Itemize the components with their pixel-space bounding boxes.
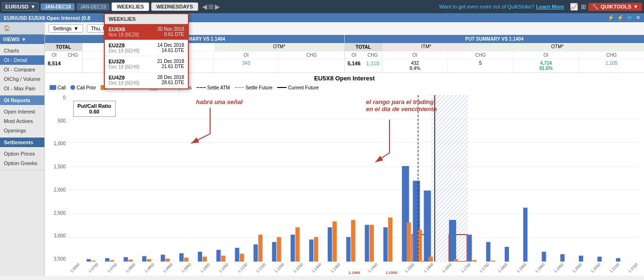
- promo-link[interactable]: Learn More: [536, 4, 564, 9]
- charts-section: Charts OI - Detail OI - Compare OIChg / …: [0, 44, 44, 96]
- put-call-value: 0.60: [77, 109, 111, 114]
- exp-sub-eu3z8: Dec 18 [6EH9]: [109, 64, 139, 70]
- svg-rect-56: [351, 220, 355, 262]
- dropdown-item-eu5x8-right: 30 Nov 2018 0.61 DTE: [157, 26, 184, 37]
- sidebar-item-oichg-volume[interactable]: OIChg / Volume: [0, 74, 44, 84]
- put-values-row: 5,146 1,110 4328.4% 5 4,71491.6% 1,105: [345, 59, 644, 72]
- settle-atm-legend-icon: [196, 87, 206, 88]
- call-header-oi: OI: [45, 52, 64, 59]
- svg-rect-21: [254, 245, 258, 262]
- x-label: 1.1250: [293, 262, 304, 274]
- call-total-col: TOTAL: [45, 43, 83, 51]
- svg-rect-28: [383, 228, 388, 262]
- nav-left-icon[interactable]: ◀: [202, 3, 207, 10]
- svg-rect-54: [314, 237, 318, 262]
- x-label: 1.1400: [348, 271, 360, 275]
- date-tab-1[interactable]: JAN-DEC18: [41, 3, 75, 10]
- sidebar-item-option-greeks[interactable]: Option Greeks: [0, 158, 44, 168]
- call-prior-legend-icon: [70, 85, 75, 90]
- svg-rect-14: [124, 257, 128, 262]
- sidebar-item-option-prices[interactable]: Option Prices: [0, 149, 44, 158]
- views-button[interactable]: VIEWS ▼: [0, 35, 44, 44]
- call-legend-label: Call: [58, 85, 66, 90]
- quiktools-button[interactable]: 🔧 QUIKTOOLS ▼: [588, 3, 642, 11]
- legend-call-prior: Call Prior: [70, 85, 96, 90]
- y-label-3500: 3,500: [45, 256, 66, 262]
- dropdown-item-eu3z8[interactable]: EU3Z8 Dec 18 [6EH9] 21 Dec 2018 21.61 DT…: [105, 56, 188, 72]
- exp-dte-eu2z8: 14.61 DTE: [157, 48, 184, 53]
- svg-rect-61: [429, 257, 433, 262]
- oi-reports-header[interactable]: OI Reports: [0, 96, 44, 105]
- x-label: 1.1550: [404, 262, 415, 274]
- grid-icon[interactable]: ⊞: [581, 3, 586, 10]
- settings-button[interactable]: Settings ▼: [49, 24, 83, 33]
- settlements-header[interactable]: Settlements: [0, 138, 44, 147]
- y-label-1000: 1,000: [45, 141, 66, 146]
- sidebar-item-oi-detail[interactable]: OI - Detail: [0, 55, 44, 65]
- lightning-icon: ⚡: [608, 15, 614, 21]
- put-itm-val1: 4328.4%: [382, 59, 448, 72]
- weeklies-dropdown: WEEKLIES EU5X8 Nov 18 [6EZ8] 30 Nov 2018…: [104, 13, 189, 89]
- sidebar-item-oi-max-pain[interactable]: OI - Max Pain: [0, 84, 44, 93]
- svg-rect-16: [161, 255, 165, 262]
- dropdown-item-eu3z8-right: 21 Dec 2018 21.61 DTE: [157, 59, 184, 69]
- y-label-2000: 2,000: [45, 187, 66, 192]
- svg-rect-51: [258, 235, 263, 262]
- svg-rect-43: [110, 260, 114, 262]
- currency-selector[interactable]: EUR/USD ▼: [2, 2, 39, 11]
- chart-container: 3,500 3,000 2,500 2,000 1,500 1,000 500 …: [45, 91, 644, 276]
- svg-rect-25: [328, 228, 332, 262]
- x-label: 1.2100: [609, 262, 620, 274]
- current-future-legend-icon: [277, 87, 287, 88]
- date-tab-2[interactable]: JAN-DEC19: [76, 3, 110, 10]
- put-itm-val2: 5: [448, 59, 514, 72]
- home-button[interactable]: 🏠: [0, 22, 44, 35]
- x-axis: 1.0650 1.0700 1.0750 1.0800 1.0850 1.090…: [68, 271, 639, 275]
- close-icon[interactable]: ✕: [636, 15, 640, 21]
- put-total-oi-val: 5,146: [345, 59, 364, 72]
- svg-rect-34: [486, 242, 491, 262]
- svg-rect-44: [128, 260, 133, 262]
- wednesdays-tab[interactable]: WEDNESDAYS: [151, 2, 198, 11]
- y-label-500: 500: [45, 118, 66, 123]
- currency-dropdown-icon: ▼: [31, 4, 36, 9]
- legend-settle-future: Settle Future: [235, 85, 272, 90]
- legend-current-future: Current Future: [277, 85, 319, 90]
- sidebar-item-oi-compare[interactable]: OI - Compare: [0, 65, 44, 74]
- sidebar-item-charts[interactable]: Charts: [0, 46, 44, 55]
- exp-sub-eu5x8: Nov 18 [6EZ8]: [109, 32, 139, 37]
- svg-rect-55: [332, 221, 337, 262]
- x-label: 1.1300: [311, 262, 322, 274]
- put-itm-chg: CHG: [448, 52, 514, 59]
- call-col-otm: OTM*: [215, 43, 345, 51]
- svg-rect-47: [184, 258, 188, 262]
- call-header-chg: CHG: [64, 52, 83, 59]
- put-otm-val2: 1,105: [579, 59, 644, 72]
- svg-rect-12: [86, 259, 91, 262]
- x-label: 1.1050: [218, 262, 229, 274]
- x-label: 1.1700: [460, 262, 472, 274]
- x-label: 1.0700: [88, 262, 99, 274]
- svg-rect-57: [370, 225, 374, 262]
- legend-settle-atm: Settle ATM: [196, 85, 230, 90]
- x-label: 1.1950: [553, 262, 565, 274]
- chart-icon[interactable]: 📈: [570, 3, 578, 10]
- sidebar-item-openings[interactable]: Openings: [0, 126, 44, 135]
- call-summary-title: CALL SUMMARY VS 1.1404: [45, 35, 344, 43]
- nav-grid-icon[interactable]: ⊞: [208, 3, 214, 10]
- x-label: 1.0800: [125, 262, 136, 274]
- top-icons: 📈 ⊞: [570, 3, 586, 10]
- svg-rect-24: [309, 239, 314, 262]
- views-arrow-icon: ▼: [21, 37, 26, 42]
- weeklies-tab[interactable]: WEEKLIES: [111, 2, 149, 11]
- dropdown-item-eu2z8[interactable]: EU2Z8 Dec 18 [6EH9] 14 Dec 2018 14.61 DT…: [105, 40, 188, 56]
- svg-rect-63: [472, 260, 476, 262]
- quiktools-icon: 🔧: [592, 4, 599, 10]
- settings-label: Settings: [53, 26, 72, 31]
- sidebar-item-open-interest[interactable]: Open Interest: [0, 107, 44, 116]
- nav-right-icon[interactable]: ▶: [215, 3, 220, 10]
- x-label: 1.2000: [572, 262, 583, 274]
- dropdown-item-eu5x8[interactable]: EU5X8 Nov 18 [6EZ8] 30 Nov 2018 0.61 DTE: [105, 24, 188, 40]
- sidebar-item-most-actives[interactable]: Most Actives: [0, 116, 44, 126]
- dropdown-item-eu4z8[interactable]: EU4Z8 Dec 18 [6EH9] 28 Dec 2018 28.61 DT…: [105, 72, 188, 88]
